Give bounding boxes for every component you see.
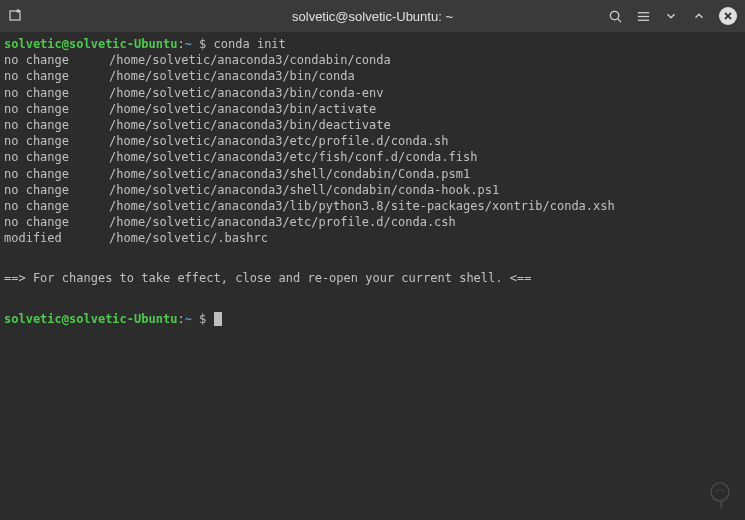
output-line: no change/home/solvetic/anaconda3/condab… (4, 52, 741, 68)
output-path: /home/solvetic/anaconda3/etc/profile.d/c… (109, 215, 456, 229)
output-path: /home/solvetic/anaconda3/bin/activate (109, 102, 376, 116)
output-line: no change/home/solvetic/anaconda3/etc/fi… (4, 149, 741, 165)
blank-line (4, 295, 741, 311)
output-line: modified/home/solvetic/.bashrc (4, 230, 741, 246)
output-line: no change/home/solvetic/anaconda3/bin/co… (4, 68, 741, 84)
prompt-symbol: $ (192, 312, 214, 326)
output-status: no change (4, 85, 109, 101)
prompt-line-1: solvetic@solvetic-Ubuntu:~ $ conda init (4, 36, 741, 52)
output-path: /home/solvetic/anaconda3/bin/conda-env (109, 86, 384, 100)
notice-line: ==> For changes to take effect, close an… (4, 270, 741, 286)
search-icon[interactable] (607, 8, 623, 24)
output-line: no change/home/solvetic/anaconda3/bin/ac… (4, 101, 741, 117)
output-line: no change/home/solvetic/anaconda3/lib/py… (4, 198, 741, 214)
svg-line-4 (617, 18, 620, 21)
prompt-colon: : (177, 37, 184, 51)
window-title: solvetic@solvetic-Ubuntu: ~ (292, 9, 453, 24)
output-line: no change/home/solvetic/anaconda3/etc/pr… (4, 133, 741, 149)
prompt-path: ~ (185, 312, 192, 326)
output-status: no change (4, 133, 109, 149)
output-line: no change/home/solvetic/anaconda3/shell/… (4, 166, 741, 182)
prompt-user-host: solvetic@solvetic-Ubuntu (4, 312, 177, 326)
command-text: conda init (214, 37, 286, 51)
output-path: /home/solvetic/.bashrc (109, 231, 268, 245)
terminal-content[interactable]: solvetic@solvetic-Ubuntu:~ $ conda init … (0, 32, 745, 331)
output-line: no change/home/solvetic/anaconda3/bin/de… (4, 117, 741, 133)
output-path: /home/solvetic/anaconda3/etc/fish/conf.d… (109, 150, 477, 164)
blank-line (4, 246, 741, 262)
output-status: no change (4, 101, 109, 117)
output-status: no change (4, 166, 109, 182)
output-status: no change (4, 117, 109, 133)
svg-point-3 (610, 11, 618, 19)
output-line: no change/home/solvetic/anaconda3/bin/co… (4, 85, 741, 101)
output-path: /home/solvetic/anaconda3/etc/profile.d/c… (109, 134, 449, 148)
output-path: /home/solvetic/anaconda3/lib/python3.8/s… (109, 199, 615, 213)
prompt-colon: : (177, 312, 184, 326)
output-status: no change (4, 182, 109, 198)
prompt-symbol: $ (192, 37, 214, 51)
svg-point-10 (711, 483, 729, 501)
output-path: /home/solvetic/anaconda3/shell/condabin/… (109, 183, 499, 197)
output-line: no change/home/solvetic/anaconda3/shell/… (4, 182, 741, 198)
prompt-path: ~ (185, 37, 192, 51)
output-line: no change/home/solvetic/anaconda3/etc/pr… (4, 214, 741, 230)
output-path: /home/solvetic/anaconda3/bin/deactivate (109, 118, 391, 132)
titlebar: solvetic@solvetic-Ubuntu: ~ (0, 0, 745, 32)
titlebar-right (607, 7, 737, 25)
output-status: modified (4, 230, 109, 246)
watermark-icon (705, 480, 735, 510)
new-tab-icon[interactable] (8, 8, 24, 24)
cursor (214, 312, 222, 326)
close-icon[interactable] (719, 7, 737, 25)
output-path: /home/solvetic/anaconda3/bin/conda (109, 69, 355, 83)
output-status: no change (4, 68, 109, 84)
menu-icon[interactable] (635, 8, 651, 24)
titlebar-left (8, 8, 24, 24)
output-status: no change (4, 149, 109, 165)
output-path: /home/solvetic/anaconda3/condabin/conda (109, 53, 391, 67)
minimize-icon[interactable] (663, 8, 679, 24)
prompt-line-2: solvetic@solvetic-Ubuntu:~ $ (4, 311, 741, 327)
output-path: /home/solvetic/anaconda3/shell/condabin/… (109, 167, 470, 181)
prompt-user-host: solvetic@solvetic-Ubuntu (4, 37, 177, 51)
output-status: no change (4, 198, 109, 214)
maximize-icon[interactable] (691, 8, 707, 24)
output-container: no change/home/solvetic/anaconda3/condab… (4, 52, 741, 246)
output-status: no change (4, 214, 109, 230)
output-status: no change (4, 52, 109, 68)
